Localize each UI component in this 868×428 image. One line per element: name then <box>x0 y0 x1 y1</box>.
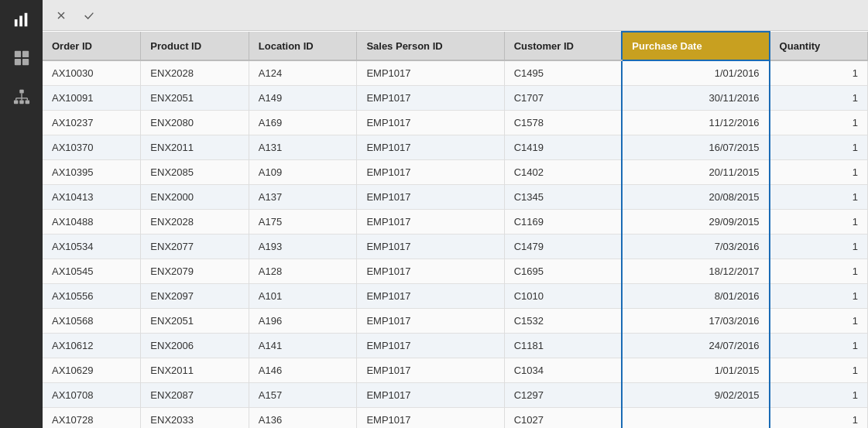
cell-customer-id: C1419 <box>504 135 622 160</box>
svg-rect-0 <box>14 19 17 26</box>
svg-rect-6 <box>22 59 28 65</box>
cell-customer-id: C1010 <box>504 284 622 309</box>
cell-sales-person-id: EMP1017 <box>357 111 504 135</box>
cell-customer-id: C1707 <box>504 86 622 111</box>
cell-order-id: AX10568 <box>43 309 141 334</box>
svg-rect-2 <box>24 13 27 26</box>
cell-purchase-date: 11/12/2016 <box>622 111 769 135</box>
cell-quantity: 1 <box>770 160 868 185</box>
table-row: AX10488ENX2028A175EMP1017C116929/09/2015… <box>43 210 868 235</box>
cell-sales-person-id: EMP1017 <box>357 210 504 235</box>
sidebar-icon-chart[interactable] <box>0 0 43 39</box>
cell-order-id: AX10545 <box>43 259 141 284</box>
table-row: AX10395ENX2085A109EMP1017C140220/11/2015… <box>43 160 868 185</box>
cell-purchase-date: 9/02/2015 <box>622 383 769 408</box>
cell-location-id: A109 <box>249 160 357 185</box>
cell-sales-person-id: EMP1017 <box>357 408 504 429</box>
cell-purchase-date: 1/01/2015 <box>622 358 769 383</box>
cell-customer-id: C1695 <box>504 259 622 284</box>
cell-purchase-date: 20/08/2015 <box>622 185 769 210</box>
svg-rect-9 <box>19 101 24 104</box>
cell-order-id: AX10237 <box>43 111 141 135</box>
cell-quantity: 1 <box>770 259 868 284</box>
cell-customer-id: C1495 <box>504 60 622 86</box>
close-button[interactable] <box>49 5 74 26</box>
cell-product-id: ENX2011 <box>141 358 249 383</box>
cell-location-id: A101 <box>249 284 357 309</box>
header-sales-person-id[interactable]: Sales Person ID <box>357 32 504 60</box>
cell-purchase-date: 24/07/2016 <box>622 334 769 358</box>
confirm-button[interactable] <box>77 5 101 26</box>
cell-product-id: ENX2011 <box>141 135 249 160</box>
table-row: AX10237ENX2080A169EMP1017C157811/12/2016… <box>43 111 868 135</box>
cell-purchase-date: 8/01/2016 <box>622 284 769 309</box>
svg-rect-8 <box>13 101 18 104</box>
table-row: AX10413ENX2000A137EMP1017C134520/08/2015… <box>43 185 868 210</box>
cell-quantity: 1 <box>770 334 868 358</box>
cell-order-id: AX10612 <box>43 334 141 358</box>
cell-order-id: AX10370 <box>43 135 141 160</box>
header-order-id[interactable]: Order ID <box>43 32 141 60</box>
table-row: AX10728ENX2033A136EMP1017C10271 <box>43 408 868 429</box>
cell-quantity: 1 <box>770 383 868 408</box>
cell-location-id: A146 <box>249 358 357 383</box>
header-customer-id[interactable]: Customer ID <box>504 32 622 60</box>
cell-quantity: 1 <box>770 309 868 334</box>
cell-product-id: ENX2080 <box>141 111 249 135</box>
header-purchase-date[interactable]: Purchase Date <box>622 32 769 60</box>
cell-quantity: 1 <box>770 60 868 86</box>
cell-order-id: AX10091 <box>43 86 141 111</box>
cell-location-id: A131 <box>249 135 357 160</box>
svg-rect-4 <box>22 51 28 57</box>
header-quantity[interactable]: Quantity <box>770 32 868 60</box>
table-row: AX10370ENX2011A131EMP1017C141916/07/2015… <box>43 135 868 160</box>
sidebar-icon-grid[interactable] <box>0 39 43 77</box>
table-row: AX10568ENX2051A196EMP1017C153217/03/2016… <box>43 309 868 334</box>
cell-location-id: A124 <box>249 60 357 86</box>
cell-customer-id: C1402 <box>504 160 622 185</box>
cell-location-id: A169 <box>249 111 357 135</box>
cell-sales-person-id: EMP1017 <box>357 160 504 185</box>
app-container: Order ID Product ID Location ID Sales Pe… <box>0 0 868 428</box>
svg-rect-3 <box>14 51 20 57</box>
cell-quantity: 1 <box>770 111 868 135</box>
cell-product-id: ENX2028 <box>141 60 249 86</box>
cell-order-id: AX10030 <box>43 60 141 86</box>
cell-quantity: 1 <box>770 284 868 309</box>
cell-product-id: ENX2000 <box>141 185 249 210</box>
svg-rect-1 <box>19 15 22 26</box>
table-row: AX10030ENX2028A124EMP1017C14951/01/20161 <box>43 60 868 86</box>
cell-sales-person-id: EMP1017 <box>357 235 504 259</box>
cell-order-id: AX10629 <box>43 358 141 383</box>
sidebar-icon-hierarchy[interactable] <box>0 77 43 116</box>
cell-product-id: ENX2051 <box>141 309 249 334</box>
cell-purchase-date: 16/07/2015 <box>622 135 769 160</box>
cell-sales-person-id: EMP1017 <box>357 135 504 160</box>
cell-location-id: A149 <box>249 86 357 111</box>
cell-sales-person-id: EMP1017 <box>357 334 504 358</box>
cell-customer-id: C1578 <box>504 111 622 135</box>
cell-order-id: AX10488 <box>43 210 141 235</box>
table-header-row: Order ID Product ID Location ID Sales Pe… <box>43 32 868 60</box>
cell-product-id: ENX2097 <box>141 284 249 309</box>
main-area: Order ID Product ID Location ID Sales Pe… <box>43 0 868 428</box>
cell-purchase-date: 18/12/2017 <box>622 259 769 284</box>
cell-sales-person-id: EMP1017 <box>357 60 504 86</box>
table-row: AX10629ENX2011A146EMP1017C10341/01/20151 <box>43 358 868 383</box>
cell-customer-id: C1297 <box>504 383 622 408</box>
cell-quantity: 1 <box>770 135 868 160</box>
cell-purchase-date: 7/03/2016 <box>622 235 769 259</box>
cell-sales-person-id: EMP1017 <box>357 185 504 210</box>
table-container: Order ID Product ID Location ID Sales Pe… <box>43 31 868 428</box>
cell-customer-id: C1532 <box>504 309 622 334</box>
cell-order-id: AX10413 <box>43 185 141 210</box>
cell-product-id: ENX2079 <box>141 259 249 284</box>
cell-product-id: ENX2006 <box>141 334 249 358</box>
cell-location-id: A128 <box>249 259 357 284</box>
cell-quantity: 1 <box>770 86 868 111</box>
header-product-id[interactable]: Product ID <box>141 32 249 60</box>
cell-product-id: ENX2051 <box>141 86 249 111</box>
header-location-id[interactable]: Location ID <box>249 32 357 60</box>
cell-location-id: A193 <box>249 235 357 259</box>
table-row: AX10556ENX2097A101EMP1017C10108/01/20161 <box>43 284 868 309</box>
